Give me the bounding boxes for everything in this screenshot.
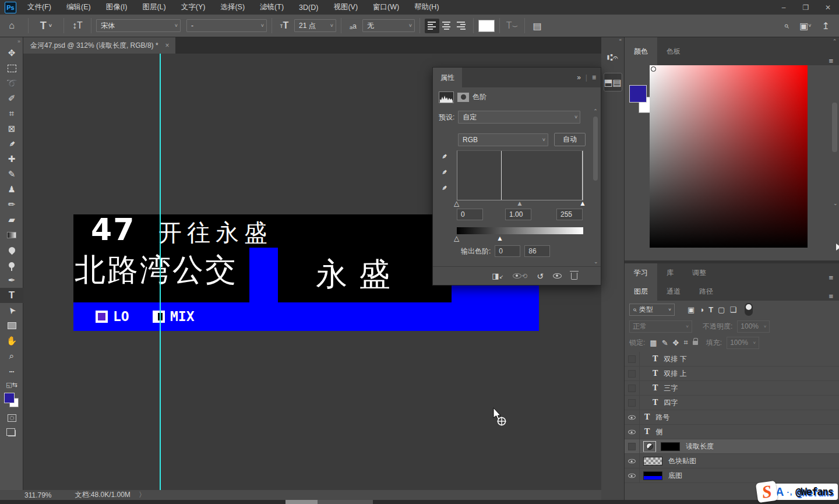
history-brush-tool[interactable]: ✏ <box>0 197 23 212</box>
font-style-select[interactable]: -˅ <box>186 19 267 32</box>
layer-row-8[interactable]: 底图 <box>625 468 839 483</box>
auto-button[interactable]: 自动 <box>554 133 586 146</box>
lock-position-icon[interactable]: ✥ <box>673 339 679 347</box>
delete-icon[interactable] <box>571 270 577 281</box>
input-gamma-field[interactable]: 1.00 <box>505 209 531 220</box>
color-foreground-swatch[interactable] <box>629 85 647 103</box>
layer-mask-thumbnail[interactable] <box>661 442 680 451</box>
gray-point-eyedropper[interactable]: ✒ <box>439 167 449 177</box>
input-gamma-slider[interactable]: ▲ <box>516 200 523 207</box>
vertical-guide[interactable] <box>160 54 161 490</box>
font-size-select[interactable]: 21 点˅ <box>294 19 336 32</box>
lock-transparency-icon[interactable]: ▦ <box>650 339 657 347</box>
lock-artboard-icon[interactable]: ⌗ <box>683 338 688 347</box>
layer-name[interactable]: 色块贴图 <box>668 456 696 466</box>
layers-scrollbar[interactable]: ⌃⌄ <box>831 38 838 207</box>
lock-all-icon[interactable] <box>693 339 698 347</box>
gradient-tool[interactable] <box>0 227 23 242</box>
char-paragraph-panel-icon[interactable]: ▤ <box>530 20 545 31</box>
layers-panel-menu-icon[interactable]: ≡ <box>829 292 839 301</box>
lock-paint-icon[interactable]: ✎ <box>662 339 668 347</box>
clip-to-layer-icon[interactable]: ◨↙ <box>492 272 503 280</box>
layer-name[interactable]: 四字 <box>664 398 678 408</box>
crop-tool[interactable]: ⌗ <box>0 106 23 121</box>
align-center-button[interactable] <box>439 19 454 33</box>
properties-scrollbar[interactable]: ⌃⌄ <box>592 108 599 265</box>
layer-name[interactable]: 路号 <box>655 413 669 422</box>
tab-swatches[interactable]: 色板 <box>657 37 690 65</box>
hue-marker[interactable] <box>836 244 839 251</box>
layer-name[interactable]: 双排 上 <box>664 369 686 379</box>
opacity-field[interactable]: 100%˅ <box>737 320 770 333</box>
layer-row-1[interactable]: T双排 上 <box>625 366 839 381</box>
foreground-color-swatch[interactable] <box>4 393 15 403</box>
layer-name[interactable]: 读取长度 <box>686 442 714 452</box>
collapse-panel-icon[interactable]: » <box>577 73 581 82</box>
layer-thumbnail[interactable] <box>643 471 662 480</box>
tab-layers[interactable]: 图层 <box>625 282 657 301</box>
layer-row-3[interactable]: T四字 <box>625 396 839 410</box>
font-family-select[interactable]: 宋体˅ <box>96 19 181 32</box>
panel-menu-icon[interactable]: ≡ <box>592 73 596 82</box>
tab-channels[interactable]: 通道 <box>657 282 690 301</box>
close-button[interactable]: ✕ <box>817 0 839 15</box>
tab-adjustments[interactable]: 调整 <box>683 263 715 282</box>
filter-adjustment-layers-icon[interactable]: ◑ <box>699 305 704 314</box>
document-tab[interactable]: 金河47.psd @ 312% (读取长度, RGB/8) * × <box>23 37 175 54</box>
color-field-cursor[interactable] <box>651 66 656 72</box>
preset-select[interactable]: 自定˅ <box>458 111 580 124</box>
input-white-slider[interactable]: ▲ <box>579 200 586 207</box>
hand-tool[interactable]: ✋ <box>0 333 23 348</box>
learn-panel-menu-icon[interactable]: ≡ <box>829 273 839 282</box>
layer-name[interactable]: 三字 <box>664 383 678 393</box>
output-black-slider[interactable]: △ <box>454 235 459 242</box>
input-black-slider[interactable]: △ <box>454 200 459 207</box>
blend-mode-select[interactable]: 正常˅ <box>629 320 692 333</box>
layer-row-2[interactable]: T三字 <box>625 381 839 396</box>
layer-visibility-checkbox[interactable] <box>625 396 640 410</box>
tab-close-icon[interactable]: × <box>165 41 170 50</box>
toolbar-ellipsis[interactable]: ••• <box>0 364 23 379</box>
layer-filter-toggle[interactable] <box>745 303 753 316</box>
tab-libraries[interactable]: 库 <box>657 263 683 282</box>
layer-visibility-eye-icon[interactable] <box>625 410 640 424</box>
brush-tool[interactable]: ✎ <box>0 167 23 182</box>
properties-panel-header[interactable]: 属性 » | ≡ <box>433 68 601 87</box>
layer-row-5[interactable]: T侧 <box>625 425 839 439</box>
zoom-level-field[interactable]: 311.79% <box>0 491 51 499</box>
menu-item-8[interactable]: 视图(V) <box>326 0 365 15</box>
anti-alias-select[interactable]: 无˅ <box>362 19 415 32</box>
menu-item-2[interactable]: 图像(I) <box>98 0 135 15</box>
layer-visibility-checkbox[interactable] <box>625 366 640 380</box>
type-tool-preset-icon[interactable]: T ˅ <box>33 20 59 32</box>
levels-histogram-icon[interactable] <box>439 91 454 103</box>
move-tool[interactable]: ✥ <box>0 45 23 61</box>
lasso-tool[interactable]: ➰ <box>0 76 23 91</box>
layer-thumbnail[interactable] <box>643 457 662 466</box>
layer-name[interactable]: 侧 <box>655 427 662 437</box>
eyedropper-tool[interactable]: ✒ <box>0 136 23 151</box>
tab-paths[interactable]: 路径 <box>690 282 722 301</box>
share-icon[interactable]: ↥ <box>822 20 830 31</box>
layer-visibility-checkbox[interactable] <box>625 352 640 366</box>
color-field[interactable] <box>650 65 808 248</box>
black-point-eyedropper[interactable]: ✒ <box>439 151 449 161</box>
filter-smart-objects-icon[interactable]: ❏ <box>729 305 736 314</box>
swap-colors-icon[interactable]: ◱⇆ <box>0 379 23 390</box>
filter-shape-layers-icon[interactable]: ▢ <box>718 305 725 314</box>
layer-name[interactable]: 底图 <box>668 471 682 481</box>
reset-icon[interactable]: ↺ <box>537 272 544 281</box>
strip-collapse-icon[interactable]: « <box>601 37 624 45</box>
properties-tab[interactable]: 属性 <box>433 68 462 87</box>
frame-tool[interactable]: ⊠ <box>0 121 23 136</box>
output-black-field[interactable]: 0 <box>495 245 520 257</box>
align-right-button[interactable] <box>454 19 468 33</box>
text-color-swatch[interactable] <box>478 20 495 32</box>
eraser-tool[interactable]: ▰ <box>0 212 23 227</box>
output-white-field[interactable]: 86 <box>524 245 550 257</box>
menu-item-5[interactable]: 选择(S) <box>213 0 252 15</box>
home-icon[interactable]: ⌂ <box>0 20 23 31</box>
layer-filter-select[interactable]: ⌕类型˅ <box>629 304 675 316</box>
layer-visibility-eye-icon[interactable] <box>625 468 640 482</box>
text-orientation-icon[interactable]: ↕T <box>69 20 86 31</box>
